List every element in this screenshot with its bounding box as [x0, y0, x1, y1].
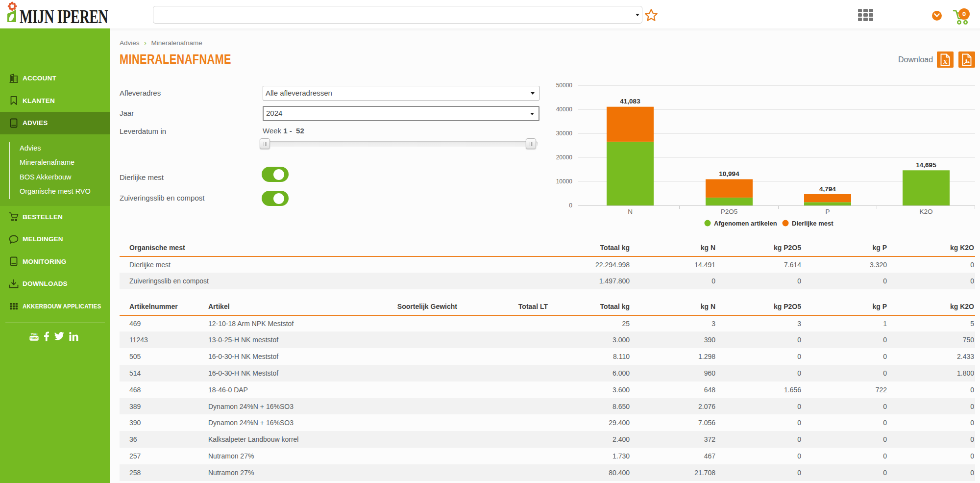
- svg-text:N: N: [628, 208, 633, 215]
- svg-text:14,695: 14,695: [916, 161, 936, 169]
- svg-text:Dierlijke mest: Dierlijke mest: [792, 220, 833, 227]
- svg-text:MIJN IPEREN: MIJN IPEREN: [20, 5, 108, 27]
- svg-text:30000: 30000: [556, 130, 573, 137]
- svg-text:10,994: 10,994: [719, 170, 739, 178]
- svg-text:X: X: [943, 58, 947, 65]
- svg-text:Afgenomen artikelen: Afgenomen artikelen: [714, 220, 777, 227]
- svg-text:You: You: [30, 332, 37, 336]
- svg-text:P2O5: P2O5: [721, 208, 738, 215]
- svg-text:20000: 20000: [556, 154, 573, 161]
- svg-text:50000: 50000: [556, 82, 573, 89]
- svg-text:10000: 10000: [556, 178, 573, 185]
- svg-text:4,794: 4,794: [819, 185, 836, 193]
- svg-text:40000: 40000: [556, 106, 573, 113]
- svg-text:K2O: K2O: [919, 208, 932, 215]
- svg-text:P: P: [825, 208, 830, 215]
- svg-text:Tube: Tube: [30, 336, 38, 340]
- svg-text:41,083: 41,083: [620, 98, 640, 105]
- svg-text:0: 0: [569, 202, 572, 209]
